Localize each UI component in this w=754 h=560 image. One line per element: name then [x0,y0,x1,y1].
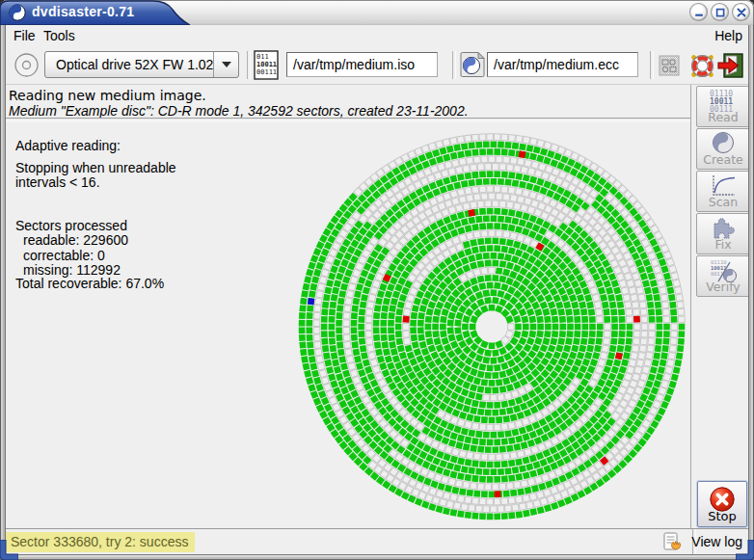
iso-binary-line2: 10011 [256,61,277,68]
verify-label: Verify [697,280,749,294]
ecc-path-value: /var/tmp/medium.ecc [494,57,619,72]
maximize-button[interactable] [711,3,729,21]
close-icon [735,6,748,19]
window-left-frame [0,25,6,554]
minimize-button[interactable] [689,3,708,21]
drive-selector[interactable]: Optical drive 52X FW 1.02 [44,51,239,78]
app-logo-yinyang-icon [9,4,26,21]
toolbar-separator [247,51,251,79]
toolbar-separator-3 [650,51,654,79]
stat-correctable: correctable: 0 [23,248,105,263]
toolbar-separator-2 [452,51,456,79]
create-label: Create [697,152,749,167]
heading-area: Reading new medium image. Medium "Exampl… [6,85,748,121]
app-window: dvdisaster-0.71 File Tools Help [0,0,754,560]
adaptive-reading-label: Adaptive reading: [15,138,121,153]
minimize-icon [692,6,706,19]
ecc-path-input[interactable]: /var/tmp/medium.ecc [487,52,638,77]
menu-bar: File Tools Help [6,25,748,45]
verify-button[interactable]: 01110 10011 00111 Verify [696,255,750,297]
window-right-frame [748,25,754,554]
stat-recoverable: Total recoverable: 67.0% [15,276,164,291]
chevron-down-icon [222,62,231,67]
help-lifebelt-icon[interactable] [688,52,716,80]
stopping-line2: intervals < 16. [15,174,100,190]
menu-file[interactable]: File [13,28,36,43]
iso-binary-line1: 011 [256,53,269,61]
scan-label: Scan [697,195,749,209]
read-label: Read [697,110,749,124]
drive-icon [13,52,40,78]
view-log-icon [663,532,683,551]
maximize-icon [714,6,727,19]
heading-medium-info: Medium "Example disc": CD-R mode 1, 3425… [9,103,469,119]
iso-path-input[interactable]: /var/tmp/medium.iso [286,52,438,77]
status-bar: Sector 333680, try 2: success View log [6,528,748,554]
exit-icon[interactable] [717,53,743,78]
window-corner-left [0,540,18,560]
fix-button[interactable]: Fix [696,213,750,254]
fix-label: Fix [697,237,749,252]
close-button[interactable] [732,3,750,21]
window-corner-right [736,540,754,560]
ecc-file-icon [459,51,486,78]
iso-binary-line3: 00111 [256,68,277,76]
action-sidebar: 01110 10011 00111 Read Create [690,85,749,528]
preferences-icon[interactable] [658,54,681,77]
menu-help[interactable]: Help [714,28,742,43]
menu-tools[interactable]: Tools [43,28,75,43]
iso-path-value: /var/tmp/medium.iso [293,57,415,72]
stop-label: Stop [698,509,746,523]
drive-selector-arrowbox [213,52,238,77]
stop-button[interactable]: Stop [697,481,747,527]
main-pane: Adaptive reading: Stopping when unreadab… [6,121,690,528]
reading-stats: Adaptive reading: Stopping when unreadab… [6,121,276,528]
sectors-processed-label: Sectors processed [15,218,127,233]
heading-action: Reading new medium image. [9,88,206,103]
status-message: Sector 333680, try 2: success [6,532,195,552]
window-title: dvdisaster-0.71 [32,4,134,19]
iso-image-icon: 011 10011 00111 [254,50,279,80]
window-bottom-frame [0,554,754,560]
read-button[interactable]: 01110 10011 00111 Read [696,86,750,127]
create-button[interactable]: Create [696,128,750,170]
scan-button[interactable]: Scan [696,171,750,212]
drive-selector-value: Optical drive 52X FW 1.02 [56,57,213,72]
stat-readable: readable: 229600 [23,232,128,248]
title-bar[interactable]: dvdisaster-0.71 [0,0,754,25]
stopping-line1: Stopping when unreadable [15,160,176,175]
toolbar: Optical drive 52X FW 1.02 011 10011 0011… [6,45,748,85]
